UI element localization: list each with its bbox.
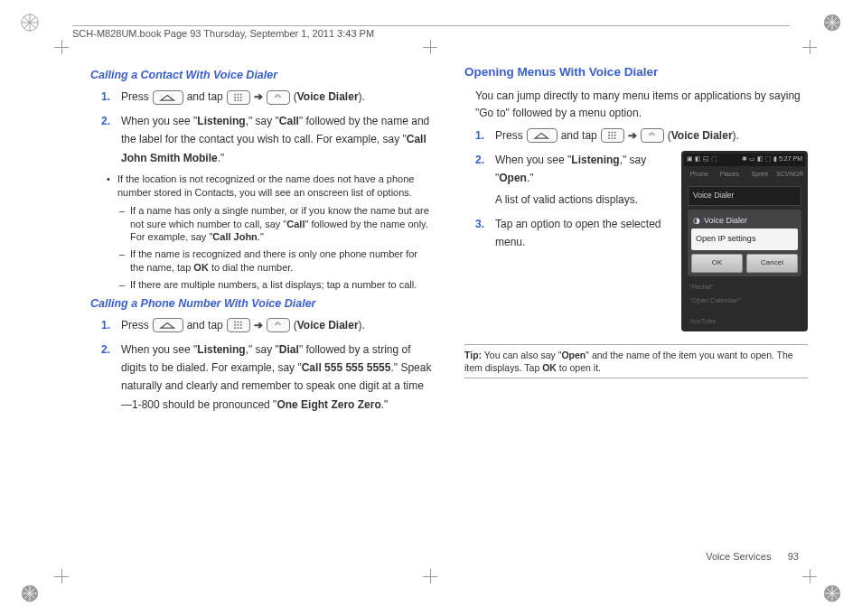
step-1: 1. Press and tap ➔ (Voice Dialer). bbox=[108, 88, 434, 106]
step-number: 1. bbox=[101, 88, 110, 106]
voice-dialer-icon bbox=[267, 90, 290, 105]
framemaker-header: SCH-M828UM.book Page 93 Thursday, Septem… bbox=[72, 25, 790, 39]
svg-rect-12 bbox=[240, 99, 242, 101]
arrow-icon: ➔ bbox=[254, 88, 263, 106]
svg-rect-30 bbox=[614, 138, 616, 140]
svg-rect-19 bbox=[235, 328, 237, 330]
svg-rect-16 bbox=[235, 325, 237, 327]
svg-rect-13 bbox=[235, 322, 237, 323]
svg-rect-18 bbox=[240, 325, 242, 327]
phone-bottom-label: YouTube bbox=[684, 314, 721, 329]
dialog-ok-button[interactable]: OK bbox=[691, 254, 743, 272]
phone-hint-2: "Open Calendar" bbox=[684, 294, 805, 308]
svg-rect-5 bbox=[238, 93, 239, 95]
num-step-1: 1. Press and tap ➔ (Voice Dialer). bbox=[108, 316, 434, 334]
svg-rect-10 bbox=[235, 99, 237, 101]
text-voice-dialer: (Voice Dialer). bbox=[294, 316, 365, 334]
svg-rect-24 bbox=[614, 132, 616, 134]
step-number: 1. bbox=[101, 316, 110, 334]
left-column: Calling a Contact With Voice Dialer 1. P… bbox=[90, 63, 434, 553]
crop-mark bbox=[423, 569, 437, 583]
ornament-top-left bbox=[20, 13, 40, 33]
svg-rect-9 bbox=[240, 97, 242, 98]
svg-rect-11 bbox=[238, 99, 239, 101]
crop-mark bbox=[802, 40, 817, 54]
text-and-tap: and tap bbox=[187, 88, 223, 106]
page-footer: Voice Services 93 bbox=[706, 551, 799, 562]
dialog-cancel-button[interactable]: Cancel bbox=[746, 254, 798, 272]
doc-info: SCH-M828UM.book Page 93 Thursday, Septem… bbox=[72, 28, 374, 39]
tip-box: Tip: You can also say "Open" and the nam… bbox=[464, 344, 808, 378]
svg-rect-28 bbox=[609, 138, 611, 140]
heading-calling-contact: Calling a Contact With Voice Dialer bbox=[90, 67, 434, 84]
open-step-2: 2. When you see "Listening," say "Open."… bbox=[483, 151, 808, 210]
crop-mark bbox=[423, 40, 437, 54]
text-press: Press bbox=[121, 88, 149, 106]
ornament-bottom-right bbox=[822, 583, 842, 603]
svg-rect-29 bbox=[612, 138, 614, 140]
heading-opening-menus: Opening Menus With Voice Dialer bbox=[464, 63, 808, 82]
ornament-bottom-left bbox=[20, 583, 40, 603]
tip-label: Tip: bbox=[464, 350, 482, 360]
footer-section: Voice Services bbox=[706, 551, 771, 562]
crop-mark bbox=[802, 569, 817, 583]
arrow-icon: ➔ bbox=[628, 126, 637, 145]
step-number: 1. bbox=[475, 126, 484, 145]
footer-page-number: 93 bbox=[788, 551, 799, 562]
svg-rect-22 bbox=[609, 132, 611, 134]
svg-rect-7 bbox=[235, 97, 237, 98]
apps-grid-icon bbox=[227, 90, 250, 105]
step-2: 2. When you see "Listening," say "Call" … bbox=[108, 112, 434, 167]
svg-rect-23 bbox=[612, 132, 614, 134]
dash-single-number: If a name has only a single number, or i… bbox=[121, 204, 434, 245]
dash-multiple: If there are multiple numbers, a list di… bbox=[121, 278, 434, 292]
bullet-unrecognized: If the location is not recognized or the… bbox=[108, 173, 434, 201]
open-step-1: 1. Press and tap ➔ (Voice Dialer). bbox=[483, 126, 808, 145]
svg-rect-21 bbox=[240, 328, 242, 330]
svg-rect-25 bbox=[609, 135, 611, 136]
heading-calling-number: Calling a Phone Number With Voice Dialer bbox=[90, 295, 434, 313]
home-key-icon bbox=[153, 318, 183, 332]
text-voice-dialer: (Voice Dialer). bbox=[294, 88, 365, 106]
home-key-icon bbox=[153, 90, 183, 105]
num-step-2: 2. When you see "Listening," say "Dial" … bbox=[108, 341, 434, 415]
text-voice-dialer: (Voice Dialer). bbox=[668, 126, 739, 145]
arrow-icon: ➔ bbox=[254, 316, 263, 334]
dash-recognized-one: If the name is recognized and there is o… bbox=[121, 247, 434, 275]
step-number: 2. bbox=[475, 151, 484, 169]
svg-rect-27 bbox=[614, 135, 616, 136]
voice-dialer-icon bbox=[267, 318, 290, 332]
voice-dialer-icon bbox=[641, 128, 664, 143]
step-number: 2. bbox=[101, 112, 110, 130]
step-number: 2. bbox=[101, 341, 110, 359]
step-number: 3. bbox=[475, 215, 484, 233]
svg-rect-4 bbox=[235, 93, 237, 95]
svg-rect-17 bbox=[238, 325, 239, 327]
apps-grid-icon bbox=[227, 318, 250, 332]
phone-hint-1: "Redial" bbox=[684, 280, 805, 294]
svg-rect-20 bbox=[238, 328, 239, 330]
crop-mark bbox=[54, 40, 69, 54]
crop-mark bbox=[54, 569, 69, 583]
intro-text: You can jump directly to many menu items… bbox=[475, 88, 808, 121]
svg-rect-6 bbox=[240, 93, 242, 95]
right-column: Opening Menus With Voice Dialer You can … bbox=[464, 63, 808, 553]
ornament-top-right bbox=[822, 13, 842, 33]
open-step-3: 3. Tap an option to open the selected me… bbox=[483, 215, 808, 252]
apps-grid-icon bbox=[601, 128, 624, 143]
step2-text: When you see "Listening," say "Call" fol… bbox=[121, 115, 429, 164]
svg-rect-15 bbox=[240, 322, 242, 323]
home-key-icon bbox=[527, 128, 557, 143]
svg-rect-14 bbox=[238, 322, 239, 323]
svg-rect-26 bbox=[612, 135, 614, 136]
step2-line2: A list of valid actions displays. bbox=[495, 191, 808, 209]
svg-rect-8 bbox=[238, 97, 239, 98]
